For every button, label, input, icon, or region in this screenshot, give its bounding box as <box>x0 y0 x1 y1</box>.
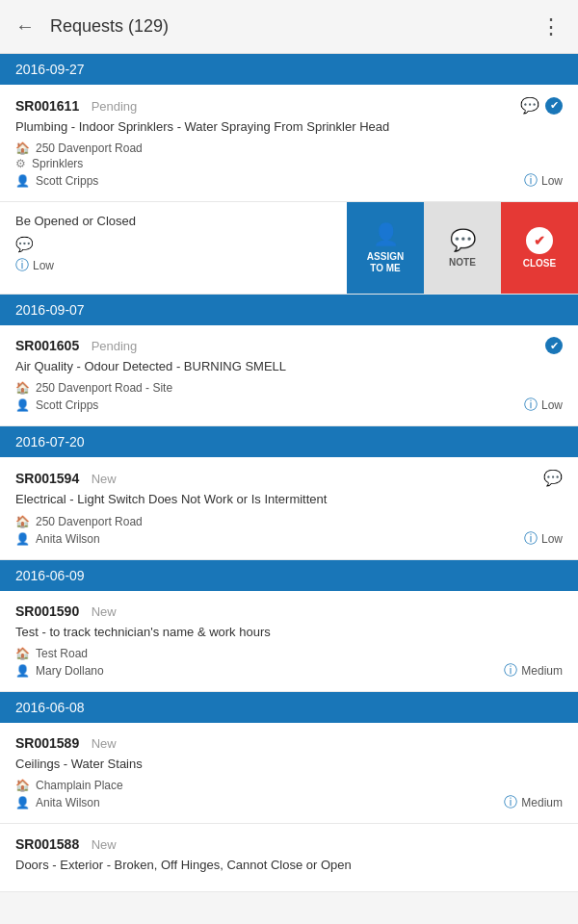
request-description: Doors - Exterior - Broken, Off Hinges, C… <box>15 857 563 874</box>
address-icon-4: 🏠 <box>15 647 30 660</box>
menu-button[interactable]: ⋮ <box>540 14 563 39</box>
request-priority: Low <box>541 398 563 412</box>
page-title: Requests (129) <box>50 16 540 37</box>
swipe-actions: 👤 ASSIGNTO ME 💬 NOTE ✔ CLOSE <box>347 202 578 294</box>
assignee-icon: 👤 <box>15 174 30 188</box>
note-icon: 💬 <box>450 228 476 253</box>
request-card-sr001589[interactable]: SR001589 New Ceilings - Water Stains 🏠 C… <box>0 723 578 824</box>
priority-icon-2: ⓘ <box>15 257 29 274</box>
back-button[interactable]: ← <box>15 15 35 38</box>
request-address: Test Road <box>36 647 88 660</box>
request-assignee: Scott Cripps <box>36 174 98 188</box>
close-label: CLOSE <box>523 258 556 269</box>
request-id: SR001590 <box>15 603 79 619</box>
chat-icon-2: 💬 <box>15 236 34 253</box>
assignee-icon-3: 👤 <box>15 532 30 546</box>
request-id: SR001605 <box>15 338 79 353</box>
assignee-icon-5: 👤 <box>15 796 30 809</box>
request-priority: Low <box>541 174 563 188</box>
address-icon-5: 🏠 <box>15 779 30 792</box>
request-id: SR001594 <box>15 471 79 486</box>
category-icon: ⚙ <box>15 157 26 170</box>
request-card-sr001605[interactable]: SR001605 Pending ✔ Air Quality - Odour D… <box>0 325 578 426</box>
assign-to-me-button[interactable]: 👤 ASSIGNTO ME <box>347 202 424 294</box>
priority-icon-6: ⓘ <box>504 794 517 811</box>
request-status: New <box>92 736 117 751</box>
request-id: SR001589 <box>15 735 79 751</box>
request-card-sr001594[interactable]: SR001594 New 💬 Electrical - Light Switch… <box>0 457 578 559</box>
request-id: SR001588 <box>15 836 79 852</box>
request-description: Test - to track technician's name & work… <box>15 624 563 641</box>
date-group-header-4: 2016-06-09 <box>0 560 578 591</box>
request-address: 250 Davenport Road <box>36 141 143 155</box>
request-description: Ceilings - Water Stains <box>15 756 563 773</box>
request-priority: Medium <box>521 796 563 809</box>
partial-priority: Low <box>33 259 54 272</box>
priority-icon-4: ⓘ <box>524 530 538 548</box>
request-address: 250 Davenport Road <box>36 515 143 528</box>
check-icon-sr1605: ✔ <box>545 337 563 354</box>
request-card-sr001588[interactable]: SR001588 New Doors - Exterior - Broken, … <box>0 824 578 892</box>
request-description: Air Quality - Odour Detected - BURNING S… <box>15 358 563 375</box>
request-status: New <box>92 472 117 486</box>
request-description: Electrical - Light Switch Does Not Work … <box>15 491 563 508</box>
request-priority: Medium <box>521 664 563 678</box>
chat-icon: 💬 <box>520 96 539 115</box>
app-header: ← Requests (129) ⋮ <box>0 0 578 54</box>
request-card-swiped[interactable]: Be Opened or Closed 💬 ⓘ Low 👤 ASSIGNTO M… <box>0 202 578 295</box>
assign-label: ASSIGNTO ME <box>367 251 404 274</box>
date-group-header-3: 2016-07-20 <box>0 426 578 457</box>
check-icon: ✔ <box>545 97 563 115</box>
priority-icon-5: ⓘ <box>504 662 517 680</box>
assign-icon: 👤 <box>373 222 399 247</box>
close-icon: ✔ <box>526 227 553 254</box>
request-status: New <box>92 604 117 619</box>
request-assignee: Mary Dollano <box>36 664 104 678</box>
date-group-header: 2016-09-27 <box>0 54 578 85</box>
address-icon: 🏠 <box>15 141 30 155</box>
request-assignee: Scott Cripps <box>36 398 98 412</box>
assignee-icon-2: 👤 <box>15 398 30 412</box>
assignee-icon-4: 👤 <box>15 664 30 678</box>
request-id: SR001611 <box>15 98 79 114</box>
address-icon-3: 🏠 <box>15 515 30 528</box>
request-status: Pending <box>92 339 138 353</box>
date-group-header-2: 2016-09-07 <box>0 295 578 325</box>
chat-icon-sr1594: 💬 <box>543 469 563 487</box>
address-icon-2: 🏠 <box>15 381 30 395</box>
close-button[interactable]: ✔ CLOSE <box>501 202 578 294</box>
request-description: Plumbing - Indoor Sprinklers - Water Spr… <box>15 118 563 136</box>
note-button[interactable]: 💬 NOTE <box>424 202 501 294</box>
request-category: Sprinklers <box>32 157 83 170</box>
priority-icon-3: ⓘ <box>524 397 538 414</box>
request-address: Champlain Place <box>36 779 123 792</box>
partial-description: Be Opened or Closed <box>15 214 337 228</box>
request-status: Pending <box>92 99 138 114</box>
priority-icon: ⓘ <box>524 172 538 190</box>
request-priority: Low <box>541 532 563 546</box>
request-assignee: Anita Wilson <box>36 796 100 809</box>
request-status: New <box>92 837 117 852</box>
request-assignee: Anita Wilson <box>36 532 100 546</box>
request-card-sr001590[interactable]: SR001590 New Test - to track technician'… <box>0 591 578 692</box>
request-card[interactable]: SR001611 Pending 💬 ✔ Plumbing - Indoor S… <box>0 85 578 202</box>
request-address: 250 Davenport Road - Site <box>36 381 172 395</box>
note-label: NOTE <box>449 257 476 268</box>
date-group-header-5: 2016-06-08 <box>0 692 578 723</box>
